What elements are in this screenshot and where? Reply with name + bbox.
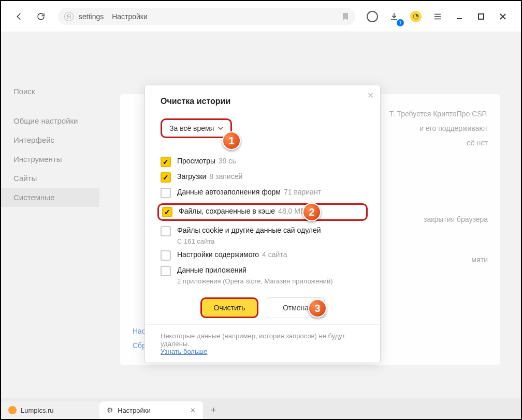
annotation-step-3: 3	[308, 299, 327, 318]
time-range-dropdown[interactable]: За всё время	[161, 118, 232, 138]
annotation-step-2: 2	[302, 203, 321, 221]
clear-history-dialog: ✕ Очистка истории За всё время Просмотры…	[144, 85, 381, 363]
address-prefix: settings	[79, 12, 104, 21]
checkbox-row-views: Просмотры39 сь	[161, 157, 365, 167]
new-tab-button[interactable]: +	[203, 401, 224, 419]
learn-more-link[interactable]: Узнать больше	[161, 348, 207, 355]
checkbox-row-content: Настройки содержимого4 сайта	[161, 250, 365, 261]
clear-button[interactable]: Очистить	[200, 297, 258, 318]
downloads-button[interactable]: 1	[385, 8, 403, 25]
gear-icon: ⚙	[107, 406, 113, 414]
menu-button[interactable]	[429, 8, 446, 25]
checkbox-downloads[interactable]	[161, 172, 171, 183]
close-icon[interactable]: ✕	[367, 91, 374, 100]
checkbox-row-autofill: Данные автозаполнения форм71 вариант	[161, 188, 365, 198]
checkbox-apps[interactable]	[161, 266, 171, 276]
maximize-button[interactable]	[472, 8, 490, 25]
annotation-step-1: 1	[222, 131, 241, 150]
tab-lumpics[interactable]: Lumpics.ru	[1, 401, 99, 419]
checkbox-row-downloads: Загрузки8 записей	[161, 172, 365, 183]
settings-sidebar: Поиск Общие настройки Интерфейс Инструме…	[1, 32, 99, 398]
checkbox-autofill[interactable]	[161, 188, 171, 198]
checkbox-views[interactable]	[161, 157, 171, 167]
dialog-title: Очистка истории	[161, 97, 365, 106]
bookmark-icon[interactable]	[342, 12, 349, 21]
sidebar-item-tools[interactable]: Инструменты	[1, 149, 99, 169]
tab-strip: Lumpics.ru ⚙ Настройки ✕ +	[1, 398, 521, 419]
address-bar[interactable]: Я settings Настройки	[58, 8, 355, 25]
favicon-lumpics-icon	[8, 406, 17, 414]
sidebar-item-sites[interactable]: Сайты	[1, 169, 99, 188]
browser-toolbar: Я settings Настройки 1	[1, 1, 521, 32]
chevron-down-icon	[218, 127, 223, 130]
yandex-icon: Я	[64, 12, 74, 21]
tab-settings[interactable]: ⚙ Настройки ✕	[99, 401, 203, 419]
checkbox-content[interactable]	[161, 250, 171, 261]
checkbox-row-apps: Данные приложений 2 приложения (Opera st…	[161, 266, 365, 285]
sidebar-item-general[interactable]: Общие настройки	[1, 111, 99, 130]
checkbox-row-cache: Файлы, сохраненные в кэше48,0 МБ	[157, 203, 368, 221]
sidebar-search[interactable]: Поиск	[1, 82, 99, 101]
address-label: Настройки	[112, 12, 148, 21]
downloads-badge: 1	[397, 19, 404, 26]
extension-button[interactable]	[407, 8, 425, 25]
reload-button[interactable]	[32, 8, 50, 25]
checkbox-row-cookies: Файлы cookie и другие данные сай одулей …	[161, 226, 365, 245]
dialog-actions: Очистить Отмена	[161, 297, 365, 318]
checkbox-cache[interactable]	[162, 207, 172, 217]
close-tab-icon[interactable]: ✕	[190, 407, 196, 414]
sidebar-item-interface[interactable]: Интерфейс	[1, 130, 99, 149]
alisa-button[interactable]	[364, 8, 381, 25]
time-range-value: За всё время	[169, 124, 214, 132]
sidebar-item-system[interactable]: Системные	[1, 188, 99, 207]
checkbox-cookies[interactable]	[161, 226, 171, 236]
minimize-button[interactable]	[451, 8, 468, 25]
close-window-button[interactable]	[494, 8, 512, 25]
dialog-footer: Некоторые данные (например, история запр…	[145, 324, 380, 363]
back-button[interactable]	[10, 8, 28, 25]
svg-rect-1	[479, 14, 484, 19]
